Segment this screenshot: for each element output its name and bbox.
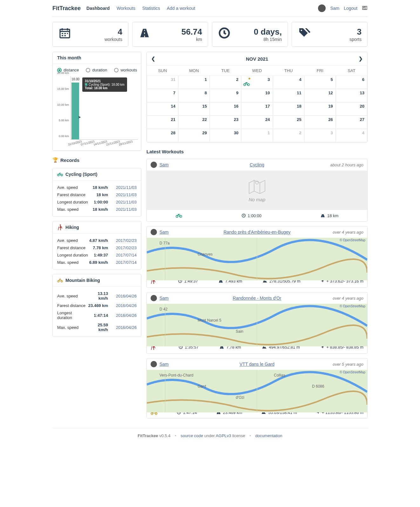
workout-user-link[interactable]: Sam xyxy=(159,162,169,167)
calendar-day[interactable]: 16 xyxy=(210,102,241,116)
calendar-day[interactable]: 3 xyxy=(304,129,336,142)
day-number: 6 xyxy=(362,77,364,82)
calendar-day[interactable]: 24 xyxy=(241,116,273,129)
record-date-link[interactable]: 2016/04/26 xyxy=(116,325,137,330)
user-name-link[interactable]: Sam xyxy=(330,6,339,11)
calendar-day[interactable]: 14 xyxy=(147,102,178,116)
record-date-link[interactable]: 2017/02/23 xyxy=(116,245,137,250)
record-date-link[interactable]: 2017/07/14 xyxy=(116,253,137,257)
prev-month-button[interactable]: ❮ xyxy=(151,56,155,62)
main-nav: Dashboard Workouts Statistics Add a work… xyxy=(86,6,201,11)
nav-add-workout[interactable]: Add a workout xyxy=(167,6,195,11)
osm-attribution[interactable]: © OpenStreetMap xyxy=(340,370,365,374)
svg-point-15 xyxy=(60,278,61,279)
workout-marker-icon[interactable] xyxy=(243,81,250,87)
calendar-day[interactable]: 28 xyxy=(147,129,178,142)
calendar-day[interactable]: 19 xyxy=(304,102,336,116)
workout-user-link[interactable]: Sam xyxy=(159,296,169,301)
calendar-day[interactable]: 18 xyxy=(273,102,304,116)
avatar[interactable] xyxy=(151,295,157,301)
stat-distance-value: 56.74 xyxy=(181,27,202,37)
record-date-link[interactable]: 2021/11/03 xyxy=(116,200,137,204)
calendar-day[interactable]: 21 xyxy=(147,116,178,129)
record-label: Farest distance xyxy=(57,191,91,198)
calendar-day[interactable]: 3★ xyxy=(241,76,273,89)
calendar-day[interactable]: 26 xyxy=(304,116,336,129)
osm-attribution[interactable]: © OpenStreetMap xyxy=(340,304,365,308)
calendar-day[interactable]: 29 xyxy=(178,129,210,142)
logout-link[interactable]: Logout xyxy=(344,6,357,11)
record-row: Max. speed18 km/h2021/11/03 xyxy=(57,206,137,213)
calendar-day[interactable]: 4 xyxy=(273,76,304,89)
radio-workouts[interactable]: workouts xyxy=(114,68,137,72)
record-date-link[interactable]: 2016/04/26 xyxy=(116,294,137,298)
calendar-day[interactable]: 27 xyxy=(336,116,367,129)
stat-workouts: 4workouts xyxy=(52,22,128,47)
brand[interactable]: FitTrackee xyxy=(52,5,81,12)
day-number: 2 xyxy=(236,77,238,82)
footer-doc-link[interactable]: documentation xyxy=(255,433,282,438)
records-title: 🏆Records xyxy=(52,157,141,163)
calendar-day[interactable]: 20 xyxy=(336,102,367,116)
record-date-link[interactable]: 2017/07/14 xyxy=(116,260,137,265)
calendar-day[interactable]: 23 xyxy=(210,116,241,129)
workout-user-link[interactable]: Sam xyxy=(159,230,169,235)
calendar-day[interactable]: 17 xyxy=(241,102,273,116)
record-date-link[interactable]: 2021/11/03 xyxy=(116,207,137,212)
clock-icon xyxy=(218,27,231,42)
calendar-day[interactable]: 6 xyxy=(336,76,367,89)
footer-version: v0.5.4 xyxy=(159,433,170,438)
cursor-icon: ➤ xyxy=(78,115,81,119)
footer-license-link[interactable]: AGPLv3 xyxy=(216,433,231,438)
calendar-day[interactable]: 2 xyxy=(273,129,304,142)
avatar[interactable] xyxy=(151,162,157,168)
record-date-link[interactable]: 2016/04/26 xyxy=(116,313,137,318)
calendar-day[interactable]: 15 xyxy=(178,102,210,116)
calendar-day[interactable]: 10 xyxy=(241,89,273,102)
workout-map[interactable]: Vers-Pont-du-ChardGardd'OziColliasD 6086… xyxy=(147,370,367,407)
calendar-day[interactable]: 13 xyxy=(336,89,367,102)
workout-map[interactable]: D 77aChanves© OpenStreetMap xyxy=(147,238,367,275)
nav-workouts[interactable]: Workouts xyxy=(117,6,135,11)
nav-statistics[interactable]: Statistics xyxy=(142,6,160,11)
avatar[interactable] xyxy=(151,229,157,235)
day-number: 3 xyxy=(268,77,270,82)
record-date-link[interactable]: 2016/04/26 xyxy=(116,303,137,308)
workout-header: SamCyclingabout 2 hours ago xyxy=(147,159,367,170)
osm-attribution[interactable]: © OpenStreetMap xyxy=(340,238,365,242)
record-date-link[interactable]: 2021/11/03 xyxy=(116,185,137,190)
next-month-button[interactable]: ❯ xyxy=(359,56,363,62)
day-number: 23 xyxy=(234,117,238,122)
chart-bar[interactable]: 18.00 xyxy=(71,83,79,139)
calendar-day[interactable]: 8 xyxy=(178,89,210,102)
workout-user-link[interactable]: Sam xyxy=(159,362,169,367)
calendar-day[interactable]: 11 xyxy=(273,89,304,102)
calendar-dow: SUN xyxy=(147,65,178,76)
calendar-day[interactable]: 1 xyxy=(241,129,273,142)
calendar-day[interactable]: 30 xyxy=(210,129,241,142)
sport-icon xyxy=(57,224,63,230)
calendar-day[interactable]: 7 xyxy=(147,89,178,102)
workout-map[interactable]: D 42Mont Narcel 5Sain© OpenStreetMap xyxy=(147,304,367,341)
calendar-day[interactable]: 31 xyxy=(147,76,178,89)
radio-duration[interactable]: duration xyxy=(86,68,107,72)
workout-time-ago: about 2 hours ago xyxy=(330,163,363,167)
calendar-day[interactable]: 4 xyxy=(336,129,367,142)
avatar[interactable] xyxy=(151,361,157,367)
avatar[interactable] xyxy=(318,4,326,12)
calendar-day[interactable]: 12 xyxy=(304,89,336,102)
calendar-day[interactable]: 25 xyxy=(273,116,304,129)
calendar-day[interactable]: 2 xyxy=(210,76,241,89)
latest-workouts-title: Latest Workouts xyxy=(146,149,368,154)
footer-source-link[interactable]: source code xyxy=(180,433,203,438)
record-date-link[interactable]: 2017/02/23 xyxy=(116,238,137,243)
day-number: 8 xyxy=(205,90,207,95)
workout-time-ago: over 5 years ago xyxy=(333,362,363,367)
calendar-day[interactable]: 22 xyxy=(178,116,210,129)
calendar-day[interactable]: 9 xyxy=(210,89,241,102)
nav-dashboard[interactable]: Dashboard xyxy=(86,6,110,11)
calendar-day[interactable]: 1 xyxy=(178,76,210,89)
language-icon[interactable] xyxy=(362,5,368,12)
record-date-link[interactable]: 2021/11/03 xyxy=(116,192,137,197)
calendar-day[interactable]: 5 xyxy=(304,76,336,89)
